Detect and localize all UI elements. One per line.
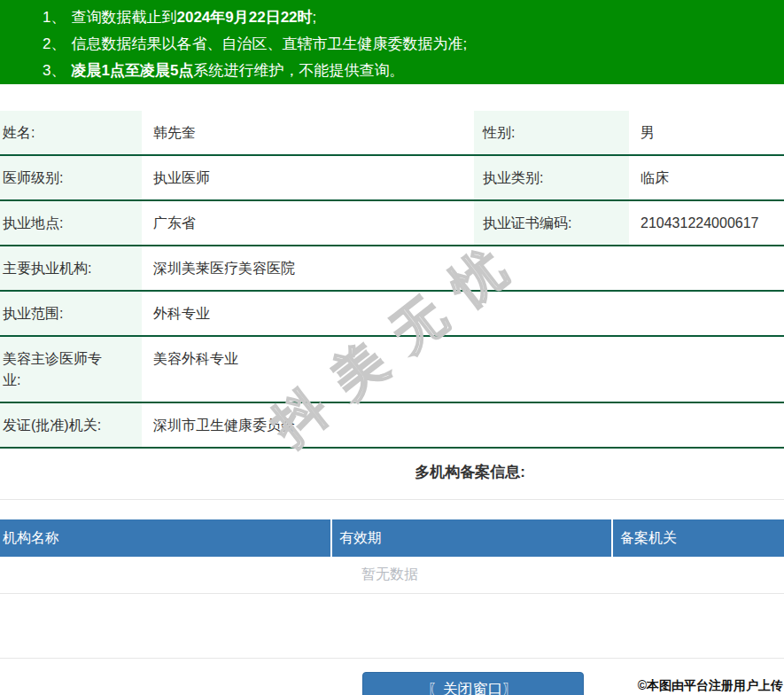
notice-text-bold: 凌晨1点至凌晨5点 xyxy=(71,62,193,79)
table-row-location-license: 执业地点: 广东省 执业证书编码: 210431224000617 xyxy=(0,201,784,246)
notice-number: 3、 xyxy=(43,62,66,79)
notice-text: ; xyxy=(313,9,317,26)
table-row-main-institution: 主要执业机构: 深圳美莱医疗美容医院 xyxy=(0,246,784,292)
notice-item-2: 2、信息数据结果以各省、自治区、直辖市卫生健康委数据为准; xyxy=(43,31,775,58)
header-cell-filing-authority: 备案机关 xyxy=(613,519,784,557)
notice-item-3: 3、凌晨1点至凌晨5点系统进行维护，不能提供查询。 xyxy=(43,58,775,84)
query-result-page: 1、查询数据截止到2024年9月22日22时; 2、信息数据结果以各省、自治区、… xyxy=(0,0,784,695)
notice-item-1: 1、查询数据截止到2024年9月22日22时; xyxy=(43,4,775,31)
field-value-practice-category: 临床 xyxy=(629,156,784,199)
practitioner-details-table: 姓名: 韩先奎 性别: 男 医师级别: 执业医师 执业类别: 临床 执业地点: … xyxy=(0,111,784,449)
field-value-name: 韩先奎 xyxy=(142,111,474,154)
field-value-practice-location: 广东省 xyxy=(142,201,474,245)
field-label-practice-category: 执业类别: xyxy=(474,156,629,199)
notice-text: 查询数据截止到 xyxy=(71,9,176,26)
divider-line xyxy=(0,499,784,500)
close-window-button[interactable]: 〖关闭窗口〗 xyxy=(362,672,584,695)
field-label-main-institution: 主要执业机构: xyxy=(0,246,142,290)
header-cell-institution-name: 机构名称 xyxy=(0,519,330,557)
filing-table-header: 机构名称 有效期 备案机关 xyxy=(0,519,784,557)
notice-number: 1、 xyxy=(43,9,66,26)
header-cell-validity-period: 有效期 xyxy=(332,519,611,557)
field-value-main-institution: 深圳美莱医疗美容医院 xyxy=(142,246,784,290)
field-label-practice-location: 执业地点: xyxy=(0,201,142,245)
field-label-doctor-level: 医师级别: xyxy=(0,156,142,199)
field-label-practice-scope: 执业范围: xyxy=(0,292,142,335)
field-label-gender: 性别: xyxy=(474,111,629,154)
section-title-multi-institution: 多机构备案信息: xyxy=(78,463,784,482)
notice-text: 信息数据结果以各省、自治区、直辖市卫生健康委数据为准; xyxy=(71,35,467,52)
field-value-issuing-authority: 深圳市卫生健康委员会 xyxy=(142,403,784,447)
field-label-issuing-authority: 发证(批准)机关: xyxy=(0,403,142,447)
notice-number: 2、 xyxy=(43,35,66,52)
notice-text-bold: 2024年9月22日22时 xyxy=(176,9,312,26)
table-row-practice-scope: 执业范围: 外科专业 xyxy=(0,292,784,337)
field-value-gender: 男 xyxy=(629,111,784,154)
empty-data-text: 暂无数据 xyxy=(84,557,695,593)
field-label-license-number: 执业证书编码: xyxy=(474,201,629,245)
field-value-license-number: 210431224000617 xyxy=(629,201,784,245)
field-label-name: 姓名: xyxy=(0,111,142,154)
field-value-doctor-level: 执业医师 xyxy=(142,156,474,199)
table-row-issuing-authority: 发证(批准)机关: 深圳市卫生健康委员会 xyxy=(0,403,784,449)
upload-credit-badge: ©本图由平台注册用户上传 xyxy=(638,678,783,694)
notice-text: 系统进行维护，不能提供查询。 xyxy=(193,62,404,79)
table-row-name-gender: 姓名: 韩先奎 性别: 男 xyxy=(0,111,784,156)
field-label-cosmetic-specialty: 美容主诊医师专业: xyxy=(0,337,142,402)
table-row-cosmetic-specialty: 美容主诊医师专业: 美容外科专业 xyxy=(0,337,784,403)
field-value-cosmetic-specialty: 美容外科专业 xyxy=(142,337,784,402)
spacer xyxy=(0,594,784,658)
table-row-level-category: 医师级别: 执业医师 执业类别: 临床 xyxy=(0,156,784,201)
notice-banner: 1、查询数据截止到2024年9月22日22时; 2、信息数据结果以各省、自治区、… xyxy=(0,0,784,84)
field-value-practice-scope: 外科专业 xyxy=(142,292,784,335)
